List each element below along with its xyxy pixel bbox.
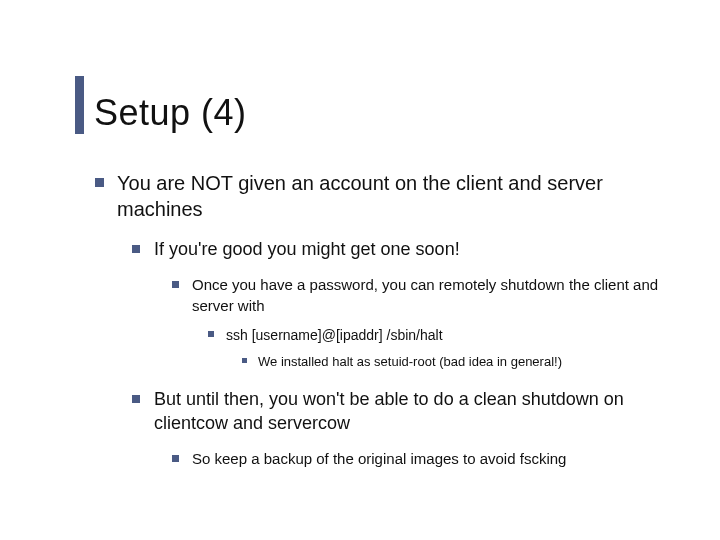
bullet-level-5: We installed halt as setuid-root (bad id… bbox=[258, 353, 692, 371]
bullet-text: So keep a backup of the original images … bbox=[192, 450, 566, 467]
content-area: You are NOT given an account on the clie… bbox=[92, 170, 692, 469]
bullet-text: But until then, you won't be able to do … bbox=[154, 389, 624, 432]
square-bullet-icon bbox=[242, 358, 247, 363]
square-bullet-icon bbox=[95, 178, 104, 187]
bullet-text: If you're good you might get one soon! bbox=[154, 239, 460, 259]
bullet-level-4: ssh [username]@[ipaddr] /sbin/halt bbox=[226, 326, 692, 345]
square-bullet-icon bbox=[172, 281, 179, 288]
bullet-level-1: You are NOT given an account on the clie… bbox=[117, 170, 692, 222]
bullet-level-2: If you're good you might get one soon! bbox=[154, 238, 692, 261]
bullet-level-3: Once you have a password, you can remote… bbox=[192, 275, 692, 316]
slide-title: Setup (4) bbox=[94, 92, 247, 134]
square-bullet-icon bbox=[172, 455, 179, 462]
bullet-text: We installed halt as setuid-root (bad id… bbox=[258, 354, 562, 369]
bullet-text: ssh [username]@[ipaddr] /sbin/halt bbox=[226, 327, 443, 343]
bullet-level-2: But until then, you won't be able to do … bbox=[154, 388, 692, 435]
square-bullet-icon bbox=[132, 245, 140, 253]
square-bullet-icon bbox=[208, 331, 214, 337]
square-bullet-icon bbox=[132, 395, 140, 403]
bullet-text: You are NOT given an account on the clie… bbox=[117, 172, 603, 220]
bullet-text: Once you have a password, you can remote… bbox=[192, 276, 658, 313]
title-block: Setup (4) bbox=[75, 76, 247, 134]
title-accent-bar bbox=[75, 76, 84, 134]
bullet-level-3: So keep a backup of the original images … bbox=[192, 449, 692, 469]
slide: Setup (4) You are NOT given an account o… bbox=[0, 0, 720, 540]
